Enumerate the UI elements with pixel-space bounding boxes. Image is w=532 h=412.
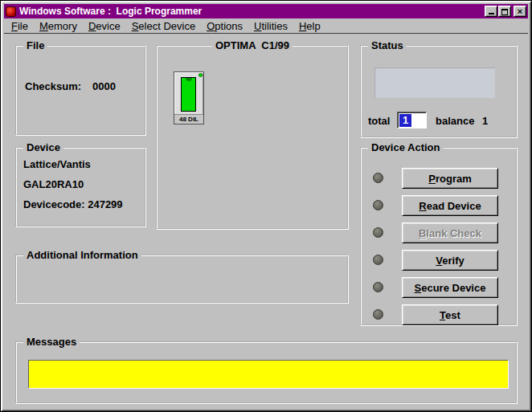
messages-group-label: Messages	[23, 336, 80, 348]
device-code: Devicecode: 247299	[23, 198, 123, 210]
menu-item-utilities[interactable]: Utilities	[248, 19, 293, 34]
additional-info-groupbox: Additional Information	[15, 255, 349, 304]
menu-item-file[interactable]: File	[6, 19, 34, 34]
read-device-button[interactable]: Read Device	[402, 195, 498, 216]
device-group-label: Device	[23, 141, 63, 153]
menu-item-help[interactable]: Help	[293, 19, 326, 34]
app-window: Windows Software : Logic Programmer × Fi…	[0, 0, 532, 412]
total-value: 1	[399, 114, 411, 127]
maximize-button[interactable]	[498, 6, 511, 17]
socket-led-icon	[198, 73, 203, 77]
message-bar	[28, 360, 509, 389]
chip-icon	[181, 77, 196, 112]
window-controls: ×	[484, 6, 526, 17]
led-verify	[373, 255, 383, 265]
file-group-label: File	[23, 39, 47, 51]
device-action-groupbox: Device Action Program Read Device Blank …	[360, 147, 518, 326]
program-button[interactable]: Program	[402, 168, 498, 189]
menu-item-device[interactable]: Device	[83, 19, 126, 34]
device-manufacturer: Lattice/Vantis	[23, 158, 91, 170]
programmer-model-label: OPTIMA C1/99	[212, 39, 293, 51]
maximize-icon	[501, 9, 508, 15]
balance-value: 1	[482, 115, 488, 127]
verify-button[interactable]: Verify	[402, 250, 498, 271]
device-name: GAL20RA10	[23, 178, 84, 190]
checksum-label: Checksum:	[25, 80, 81, 92]
close-button[interactable]: ×	[514, 6, 526, 17]
checksum-value: 0000	[92, 80, 116, 92]
led-blank-check	[373, 227, 383, 238]
minimize-button[interactable]	[485, 6, 497, 17]
blank-check-button[interactable]: Blank Check	[402, 222, 498, 243]
device-action-group-label: Device Action	[368, 141, 444, 153]
led-read-device	[373, 200, 383, 210]
menu-item-select-device[interactable]: Select Device	[126, 19, 201, 34]
programmer-groupbox: OPTIMA C1/99 48 DIL	[156, 45, 349, 230]
messages-groupbox: Messages	[15, 341, 518, 404]
client-area: File Checksum: 0000 OPTIMA C1/99 48 DIL …	[4, 35, 528, 408]
window-title: Windows Software : Logic Programmer	[19, 6, 484, 17]
menu-item-memory[interactable]: Memory	[34, 19, 83, 34]
file-groupbox: File Checksum: 0000	[15, 45, 146, 136]
menu-item-options[interactable]: Options	[201, 19, 248, 34]
balance-label: balance	[436, 115, 474, 127]
menubar: File Memory Device Select Device Options…	[4, 19, 528, 34]
close-icon: ×	[518, 7, 522, 16]
status-groupbox: Status total 1 balance 1	[360, 45, 518, 138]
app-icon[interactable]	[6, 6, 16, 17]
led-test	[373, 309, 383, 320]
test-button[interactable]: Test	[402, 304, 498, 325]
total-label: total	[368, 115, 390, 127]
led-program	[373, 173, 383, 183]
chip-socket-graphic: 48 DIL	[174, 71, 204, 124]
additional-info-group-label: Additional Information	[23, 249, 141, 261]
chip-notch-icon	[186, 78, 192, 81]
chip-package-label: 48 DIL	[174, 114, 203, 124]
total-input[interactable]: 1	[397, 112, 427, 128]
status-group-label: Status	[368, 39, 407, 51]
secure-device-button[interactable]: Secure Device	[402, 277, 498, 298]
device-groupbox: Device Lattice/Vantis GAL20RA10 Deviceco…	[15, 147, 146, 227]
titlebar: Windows Software : Logic Programmer ×	[4, 4, 528, 18]
minimize-icon	[489, 13, 494, 14]
status-display	[374, 67, 495, 98]
led-secure-device	[373, 282, 383, 292]
